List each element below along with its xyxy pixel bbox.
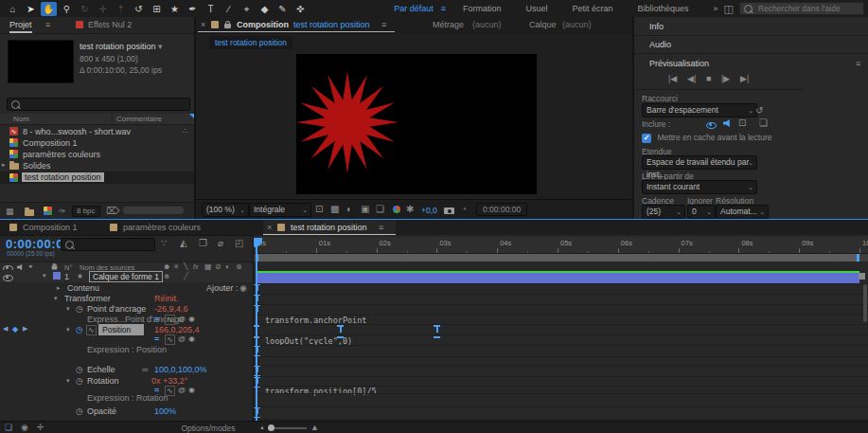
tab-projet[interactable]: Projet	[9, 20, 32, 33]
help-search[interactable]	[739, 2, 864, 15]
viewer-subtab[interactable]: test rotation position	[209, 36, 292, 49]
stopwatch-active-icon[interactable]: ◷	[76, 325, 83, 334]
workspace-switcher-icon[interactable]: ◫	[724, 3, 734, 15]
project-item-label[interactable]: Solides	[23, 161, 51, 171]
transformer-expander-icon[interactable]: ▾	[54, 295, 58, 302]
raccourci-dropdown[interactable]: Barre d'espacement⌄	[642, 103, 757, 117]
zoom-in-mountain-icon[interactable]: ▲	[310, 423, 319, 432]
timeline-tab-composition1[interactable]: Composition 1	[23, 223, 78, 232]
echelle-row[interactable]: ◷ Echelle ∞ 100,0,100,0%	[0, 365, 254, 375]
column-divider[interactable]	[112, 114, 113, 124]
frame-blending-toggle-icon[interactable]: ❏	[5, 423, 12, 432]
tab-composition-label[interactable]: Composition	[237, 20, 289, 29]
project-panel-menu-icon[interactable]: ≡	[45, 20, 50, 29]
layer-color-swatch[interactable]	[53, 272, 61, 280]
preview-panel-menu-icon[interactable]: ≡	[856, 59, 860, 68]
work-area-bar[interactable]	[256, 254, 859, 262]
hand-tool[interactable]: ✋	[41, 2, 57, 16]
new-folder-icon[interactable]	[25, 209, 34, 216]
reset-icon[interactable]: ↺	[755, 105, 763, 116]
stopwatch-icon[interactable]: ◷	[76, 365, 83, 374]
project-comp-name[interactable]: test rotation position	[80, 42, 156, 51]
rotation-value[interactable]: +33,2°	[163, 376, 187, 386]
keyframe-indicator-icon[interactable]: ◆	[12, 325, 18, 334]
expression-position-label[interactable]: Expression : Position	[87, 345, 167, 354]
checkbox-checked-icon[interactable]: ✓	[642, 134, 651, 143]
switch-fx-icon[interactable]: fx	[193, 263, 198, 270]
expression-enable-icon[interactable]: =	[154, 315, 159, 324]
transformer-row[interactable]: ▾ Transformer Réinit.	[0, 294, 254, 304]
graph-editor-toggle-icon[interactable]: ✛	[37, 423, 44, 432]
guides-icon[interactable]: ❏	[376, 204, 384, 214]
anchor-expander-icon[interactable]: ▾	[66, 305, 70, 313]
pick-whip-icon[interactable]: @	[178, 334, 186, 343]
project-item-label[interactable]: test rotation position	[22, 172, 104, 182]
workspace-menu-icon[interactable]: ≡	[441, 4, 446, 13]
show-snapshot-icon[interactable]: ◔	[461, 204, 467, 214]
anchor-point-value[interactable]: -26,9,4,6	[154, 304, 188, 314]
project-item-parametres[interactable]: paramètres couleurs	[0, 149, 194, 160]
stopwatch-icon[interactable]: ◷	[76, 376, 83, 386]
quality-dropdown[interactable]: Intégrale⌄	[249, 203, 311, 217]
layer-shy-icon[interactable]: ☻	[163, 272, 170, 280]
cache-checkbox-row[interactable]: ✓ Mettre en cache avant la lecture	[642, 133, 771, 143]
tab-metrage[interactable]: Métrage	[433, 20, 464, 29]
timeline-vertical-scrollbar[interactable]	[863, 284, 867, 322]
tab-close-icon[interactable]: ×	[201, 20, 205, 29]
folder-expander-icon[interactable]: ▸	[2, 161, 6, 169]
transformer-label[interactable]: Transformer	[64, 294, 111, 303]
resolution-dropdown[interactable]: Automat...⌄	[716, 205, 769, 219]
project-item-label[interactable]: paramètres couleurs	[23, 150, 100, 159]
prev-frame-button[interactable]: ◀|	[687, 74, 696, 83]
tab-composition-name[interactable]: test rotation position	[293, 20, 370, 29]
rotation-revolutions[interactable]: 0x	[151, 376, 161, 386]
stopwatch-icon[interactable]: ◷	[76, 406, 83, 416]
expression-position-row[interactable]: = ∿ @ ◉	[0, 334, 254, 345]
echelle-label[interactable]: Echelle	[87, 365, 115, 374]
pick-whip-icon[interactable]: @	[178, 315, 186, 323]
position-expander-icon[interactable]: ▾	[66, 326, 70, 334]
home-tool[interactable]: ⌂	[5, 2, 21, 16]
help-search-input[interactable]	[756, 3, 855, 14]
draft-3d-icon[interactable]: ◭	[180, 238, 187, 248]
layer-name[interactable]: Calque de forme 1	[89, 271, 163, 282]
workspace-formation[interactable]: Formation	[463, 4, 502, 13]
type-tool[interactable]: T	[203, 2, 219, 16]
anchor-point-label[interactable]: Point d'ancrage	[87, 304, 146, 314]
position-keyframe[interactable]	[434, 325, 440, 338]
expression-rotation-label[interactable]: Expression : Rotation	[87, 393, 168, 403]
workspace-petit-ecran[interactable]: Petit écran	[573, 4, 613, 13]
stopwatch-icon[interactable]: ◷	[76, 304, 83, 314]
rotation-tool[interactable]: ↺	[131, 2, 147, 16]
rotation-label[interactable]: Rotation	[87, 376, 119, 386]
timeline-tab-active[interactable]: × test rotation position ≡	[263, 220, 396, 235]
tab-calque[interactable]: Calque	[529, 20, 557, 29]
echelle-value[interactable]: 100,0,100,0%	[154, 365, 207, 374]
shape-layer-star[interactable]	[296, 69, 400, 175]
brush-tool[interactable]: ∕	[221, 2, 237, 16]
reinit-button[interactable]: Réinit.	[154, 294, 179, 303]
cadence-dropdown[interactable]: (25)⌄	[642, 205, 685, 219]
position-value[interactable]: 166,0,205,4	[154, 325, 200, 334]
contenu-row[interactable]: ▸ Contenu Ajouter : ◉	[0, 283, 254, 294]
comp-name-caret-icon[interactable]: ▾	[158, 42, 163, 51]
column-commentaire[interactable]: Commentaire	[116, 115, 162, 123]
tab-menu-icon[interactable]: ≡	[379, 223, 383, 232]
project-item-audio[interactable]: ∿ 8 - who...swoosh - short.wav ∴	[0, 126, 194, 137]
puppet-pin-tool[interactable]: ✜	[292, 2, 309, 16]
project-item-label[interactable]: 8 - who...swoosh - short.wav	[23, 127, 131, 136]
interpret-footage-icon[interactable]: ▦	[6, 207, 14, 216]
rotation-expression-text[interactable]: transform.position[0]/5	[265, 387, 377, 396]
expression-language-icon[interactable]: ◉	[188, 334, 195, 343]
cache-indicator-icon[interactable]: ❏	[759, 117, 768, 128]
section-info[interactable]: Info	[649, 22, 664, 31]
include-overlays-icon[interactable]: ⊡	[738, 117, 746, 128]
time-ruler[interactable]: 0s01s02s03s04s05s06s07s08s09s10s	[254, 237, 868, 254]
include-audio-icon[interactable]	[723, 119, 732, 127]
zoom-out-mountain-icon[interactable]: ▲	[259, 424, 265, 430]
workspace-active[interactable]: Par défaut	[394, 4, 434, 13]
layer-visibility-icon[interactable]	[3, 275, 13, 281]
snapshot-camera-icon[interactable]	[444, 207, 454, 214]
project-item-label[interactable]: Composition 1	[23, 138, 78, 148]
anchor-point-row[interactable]: ▾ ◷ Point d'ancrage -26,9,4,6	[0, 304, 254, 315]
